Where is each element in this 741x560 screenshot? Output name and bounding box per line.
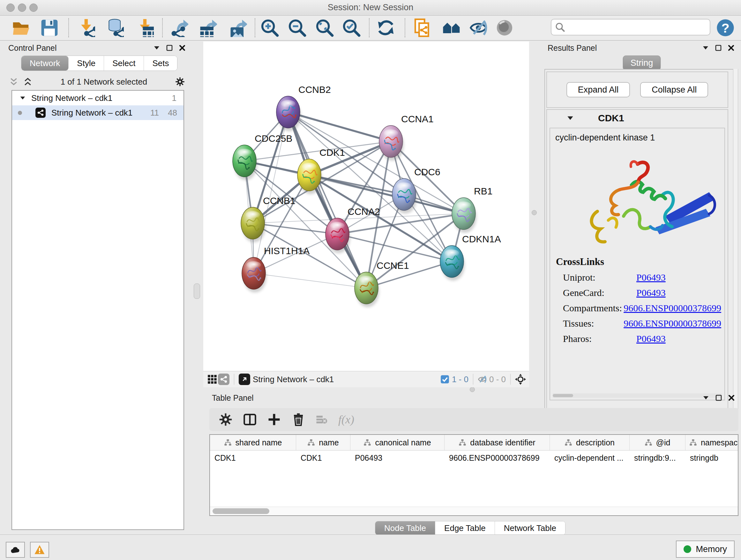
detach-view-button[interactable] — [239, 374, 250, 385]
panel-close-icon[interactable] — [179, 44, 186, 52]
hidden-eye-slash-icon[interactable] — [478, 375, 487, 384]
crosslink-link[interactable]: P06493 — [636, 287, 666, 298]
table-cell[interactable]: stringdb:9... — [630, 453, 685, 462]
table-cell[interactable]: 9606.ENSP00000378699 — [445, 453, 550, 462]
zoom-out-button[interactable] — [286, 17, 308, 38]
column-header[interactable]: name — [296, 435, 350, 450]
column-header[interactable]: @id — [630, 435, 685, 450]
control-panel: Control Panel Network Style Select Sets … — [3, 42, 189, 533]
expand-all-icon[interactable] — [23, 77, 32, 86]
collapse-all-button[interactable]: Collapse All — [640, 82, 708, 98]
tab-sets[interactable]: Sets — [144, 56, 177, 71]
export-image-button[interactable] — [227, 17, 248, 38]
panel-menu-icon[interactable] — [153, 44, 160, 52]
crosslink-link[interactable]: P06493 — [636, 333, 666, 344]
panel-menu-icon[interactable] — [702, 44, 710, 52]
tab-node-table[interactable]: Node Table — [375, 521, 435, 535]
network-node[interactable]: CDC25B — [232, 133, 292, 180]
memory-button[interactable]: Memory — [676, 541, 735, 558]
network-row[interactable]: String Network – cdk1 11 48 — [12, 105, 184, 120]
panel-float-icon[interactable] — [715, 394, 723, 401]
column-header[interactable]: description — [550, 435, 630, 450]
refresh-button[interactable] — [375, 17, 396, 38]
network-canvas[interactable]: CCNB2CCNA1CDC25BCDK1CDC6RB1CCNB1CCNA2CDK… — [203, 42, 529, 371]
crosslink-link[interactable]: P06493 — [636, 272, 666, 283]
cloud-status-button[interactable] — [6, 542, 25, 558]
table-cell[interactable]: stringdb — [685, 453, 738, 462]
tab-edge-table[interactable]: Edge Table — [435, 521, 495, 535]
show-all-button[interactable] — [494, 17, 515, 38]
collection-expander-icon[interactable] — [19, 95, 26, 102]
crosslink-link[interactable]: 9606.ENSP00000378699 — [623, 303, 721, 314]
panel-float-icon[interactable] — [165, 44, 173, 52]
birdseye-move-icon[interactable] — [515, 374, 526, 385]
table-row[interactable]: CDK1CDK1P064939606.ENSP00000378699cyclin… — [210, 450, 738, 465]
table-cell[interactable]: CDK1 — [296, 453, 350, 462]
first-neighbors-button[interactable] — [441, 17, 462, 38]
network-view-toolbar: String Network – cdk1 1 - 0 0 - 0 — [203, 371, 529, 387]
table-options-gear-icon[interactable] — [219, 413, 232, 426]
column-header[interactable]: namespace — [685, 435, 738, 450]
network-view-badge[interactable] — [218, 374, 229, 385]
create-column-icon[interactable] — [267, 413, 281, 426]
network-node[interactable]: CCNB1 — [241, 195, 295, 242]
node-label: CCNB1 — [263, 195, 295, 206]
network-node[interactable]: CCNB2 — [276, 84, 331, 131]
export-table-button[interactable] — [197, 17, 218, 38]
zoom-in-button[interactable] — [259, 17, 280, 38]
column-header[interactable]: database identifier — [445, 435, 550, 450]
toolbar-separator — [234, 374, 234, 385]
table-panel-title: Table Panel — [212, 393, 254, 402]
collection-label: String Network – cdk1 — [31, 93, 112, 103]
tab-network-table[interactable]: Network Table — [495, 521, 565, 535]
warnings-button[interactable] — [30, 542, 49, 558]
entry-expander-icon[interactable] — [566, 114, 575, 122]
left-splitter-handle[interactable] — [194, 284, 200, 299]
network-node[interactable]: CCNA1 — [379, 114, 434, 161]
tab-style[interactable]: Style — [69, 56, 104, 71]
network-graph[interactable]: CCNB2CCNA1CDC25BCDK1CDC6RB1CCNB1CCNA2CDK… — [203, 42, 529, 371]
table-hscrollbar[interactable] — [210, 507, 738, 515]
selected-checkbox-icon[interactable] — [441, 375, 449, 384]
toolbar-separator — [162, 18, 163, 37]
help-button[interactable] — [715, 17, 736, 38]
network-collection-row[interactable]: String Network – cdk1 1 — [12, 91, 184, 105]
show-columns-icon[interactable] — [243, 413, 257, 426]
network-node[interactable]: CDKN1A — [440, 234, 501, 281]
column-header[interactable]: shared name — [210, 435, 296, 450]
zoom-fit-button[interactable] — [314, 17, 335, 38]
grid-view-button[interactable] — [206, 374, 218, 385]
hide-selected-button[interactable] — [468, 17, 489, 38]
right-splitter-handle[interactable] — [532, 210, 537, 215]
search-input[interactable] — [568, 22, 710, 33]
panel-close-icon[interactable] — [728, 394, 735, 401]
network-from-selection-button[interactable] — [412, 17, 433, 38]
tab-network[interactable]: Network — [21, 56, 69, 71]
network-options-gear-icon[interactable] — [175, 77, 185, 86]
expand-all-button[interactable]: Expand All — [566, 82, 630, 98]
import-network-button[interactable] — [75, 17, 96, 38]
node-label: CCNB2 — [298, 84, 331, 95]
results-vscrollbar[interactable] — [733, 69, 738, 419]
save-session-button[interactable] — [39, 17, 60, 38]
column-header[interactable]: canonical name — [350, 435, 445, 450]
import-network-database-button[interactable] — [104, 17, 125, 38]
open-session-button[interactable] — [10, 17, 31, 38]
table-cell[interactable]: cyclin-dependent ... — [550, 453, 630, 462]
zoom-selected-button[interactable] — [341, 17, 362, 38]
export-network-button[interactable] — [169, 17, 190, 38]
table-cell[interactable]: P06493 — [350, 453, 445, 462]
panel-menu-icon[interactable] — [702, 394, 710, 401]
delete-column-icon[interactable] — [292, 413, 305, 426]
tab-select[interactable]: Select — [104, 56, 144, 71]
table-cell[interactable]: CDK1 — [210, 453, 296, 462]
entry-header[interactable]: CDK1 — [547, 110, 728, 126]
import-table-button[interactable] — [134, 17, 155, 38]
panel-close-icon[interactable] — [727, 44, 735, 52]
crosslink-link[interactable]: 9606.ENSP00000378699 — [623, 318, 721, 329]
collapse-all-icon[interactable] — [9, 77, 18, 86]
panel-float-icon[interactable] — [715, 44, 722, 52]
tab-string[interactable]: String — [623, 56, 661, 70]
table-toolbar: f(x) — [209, 408, 738, 431]
network-node[interactable]: RB1 — [452, 186, 492, 233]
